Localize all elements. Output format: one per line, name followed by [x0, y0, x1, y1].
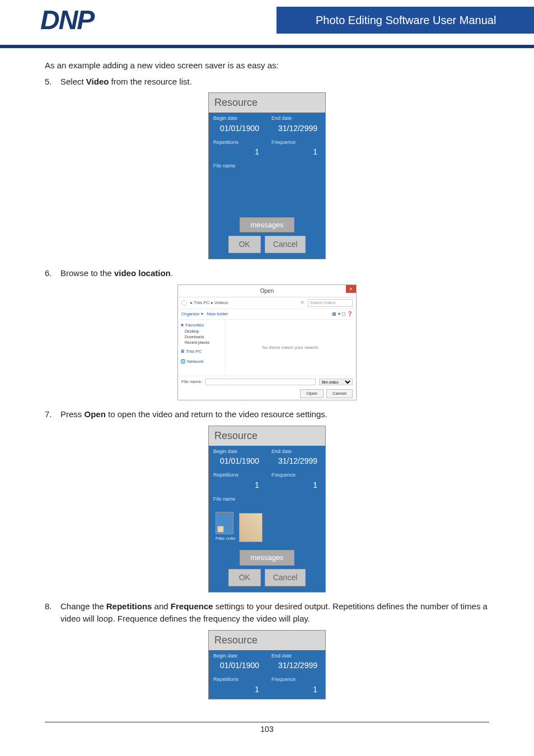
step-8-text-c: and: [152, 601, 170, 611]
begin-date-value: 01/01/1900: [213, 123, 263, 134]
frequence-value: 1: [271, 146, 321, 158]
repetitions-label: Repetitions: [213, 139, 263, 147]
new-folder-button[interactable]: New folder: [207, 311, 228, 316]
open-button[interactable]: Open: [300, 389, 324, 398]
dialog-cancel-button[interactable]: Cancel: [326, 389, 353, 398]
frequence-label: Frequence: [271, 139, 321, 147]
open-dialog-screenshot: Open × ▸ This PC ▸ Videos ⟳ Search Video…: [177, 284, 357, 401]
step-8: 8. Change the Repetitions and Frequence …: [45, 600, 489, 626]
repetitions-label-3: Repetitions: [213, 676, 263, 684]
ok-button-2[interactable]: OK: [228, 569, 261, 586]
end-date-value-2: 31/12/2999: [271, 455, 321, 467]
step-5-number: 5.: [45, 76, 60, 88]
step-6-text-a: Browse to the: [60, 268, 114, 278]
step-6-text-c: .: [171, 268, 173, 278]
repetitions-value-2: 1: [213, 479, 263, 491]
begin-date-value-2: 01/01/1900: [213, 455, 263, 467]
nav-pane[interactable]: ★ Favorites Desktop Downloads Recent pla…: [178, 320, 226, 376]
nav-recent[interactable]: Recent places: [180, 340, 223, 346]
begin-date-label-2: Begin date: [213, 448, 263, 456]
step-7-text-c: to open the video and return to the vide…: [106, 409, 327, 419]
ok-button[interactable]: OK: [228, 236, 261, 253]
step-6-text-b: video location: [114, 268, 171, 278]
organize-menu[interactable]: Organize ▾: [181, 311, 203, 316]
open-dialog-title: Open: [260, 287, 274, 295]
cancel-button-2[interactable]: Cancel: [265, 569, 306, 586]
resource-panel-screenshot-2: Resource Begin date 01/01/1900 End date …: [208, 426, 326, 592]
step-7: 7. Press Open to open the video and retu…: [45, 408, 489, 421]
resource-panel-screenshot-3: Resource Begin date 01/01/1900 End date …: [208, 630, 326, 699]
document-title-banner: Photo Editing Software User Manual: [277, 7, 534, 34]
video-preview: [239, 513, 263, 542]
file-list-empty: No items match your search.: [226, 320, 356, 376]
begin-date-label: Begin date: [213, 115, 263, 123]
filename-input[interactable]: [205, 379, 316, 385]
view-icons[interactable]: ▦ ▾ ▢ ❓: [332, 311, 353, 318]
step-6-text: Browse to the video location.: [60, 267, 489, 280]
step-7-text-b: Open: [85, 409, 106, 419]
favorites-group[interactable]: ★ Favorites: [180, 322, 223, 329]
nav-downloads[interactable]: Downloads: [180, 334, 223, 340]
step-8-text: Change the Repetitions and Frequence set…: [60, 600, 489, 626]
resource-title-2: Resource: [209, 426, 325, 446]
step-5-text-b: Video: [86, 77, 109, 86]
cancel-button[interactable]: Cancel: [265, 236, 306, 253]
step-8-text-b: Repetitions: [106, 601, 152, 611]
logo: DNP: [40, 4, 93, 35]
step-8-text-d: Frequence: [171, 601, 213, 611]
breadcrumb[interactable]: ▸ This PC ▸ Videos: [190, 300, 297, 306]
end-date-label: End date: [271, 115, 321, 123]
step-7-number: 7.: [45, 408, 60, 421]
page-content: As an example adding a new video screen …: [0, 48, 534, 699]
repetitions-value-3: 1: [213, 684, 263, 696]
repetitions-value: 1: [213, 146, 263, 158]
filter-select[interactable]: film.video: [319, 379, 353, 385]
page-header: DNP Photo Editing Software User Manual: [0, 0, 534, 45]
begin-date-label-3: Begin date: [213, 652, 263, 660]
file-name-label-2: File name: [209, 493, 325, 506]
back-icon[interactable]: [181, 300, 187, 306]
resource-title-3: Resource: [209, 631, 325, 650]
frequence-label-3: Frequence: [271, 676, 321, 684]
page-footer: 103: [45, 722, 489, 734]
frequence-value-3: 1: [271, 684, 321, 696]
end-date-value: 31/12/2999: [271, 123, 321, 134]
step-5-text: Select Video from the resource list.: [60, 76, 489, 88]
resource-title: Resource: [209, 93, 325, 113]
step-8-number: 8.: [45, 600, 60, 626]
end-date-label-3: End date: [271, 652, 321, 660]
step-6: 6. Browse to the video location.: [45, 267, 489, 280]
messages-button-2[interactable]: messages: [240, 550, 294, 566]
nav-network[interactable]: 🌐 Network: [180, 358, 223, 365]
resource-panel-screenshot-1: Resource Begin date 01/01/1900 End date …: [208, 92, 326, 259]
file-area-empty: [213, 172, 321, 212]
page-number: 103: [260, 725, 273, 734]
nav-this-pc[interactable]: 🖥 This PC: [180, 348, 223, 355]
step-6-number: 6.: [45, 267, 60, 280]
step-8-text-a: Change the: [60, 601, 106, 611]
intro-text: As an example adding a new video screen …: [45, 59, 489, 72]
filename-label: File name:: [181, 379, 202, 385]
nav-desktop[interactable]: Desktop: [180, 329, 223, 334]
video-thumbnail-label: Pâte cnfie: [216, 535, 236, 542]
file-area-with-video: Pâte cnfie: [213, 505, 321, 544]
search-input[interactable]: Search Videos: [308, 299, 353, 307]
step-7-text-a: Press: [60, 409, 85, 419]
end-date-value-3: 31/12/2999: [271, 660, 321, 671]
step-5: 5. Select Video from the resource list.: [45, 76, 489, 88]
messages-button[interactable]: messages: [240, 217, 294, 233]
close-icon[interactable]: ×: [346, 285, 356, 293]
frequence-value-2: 1: [271, 479, 321, 491]
video-thumbnail-icon: [216, 512, 233, 534]
file-name-label: File name: [209, 160, 325, 172]
begin-date-value-3: 01/01/1900: [213, 660, 263, 671]
step-5-text-c: from the resource list.: [109, 77, 191, 86]
frequence-label-2: Frequence: [271, 472, 321, 479]
step-5-text-a: Select: [60, 77, 86, 86]
repetitions-label-2: Repetitions: [213, 472, 263, 479]
end-date-label-2: End date: [271, 448, 321, 456]
step-7-text: Press Open to open the video and return …: [60, 408, 489, 421]
